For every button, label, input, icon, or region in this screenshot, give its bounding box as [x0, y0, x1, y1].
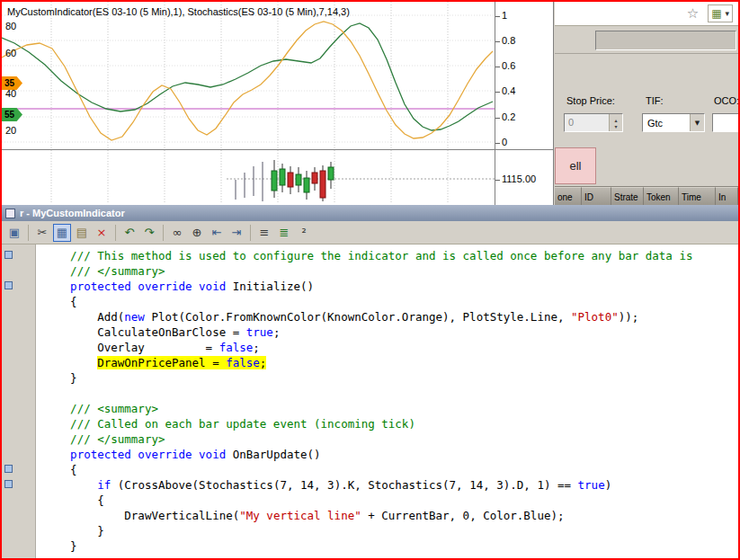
- outdent-icon[interactable]: ⇤: [208, 224, 226, 242]
- chevron-down-icon: ▾: [725, 9, 729, 18]
- word-wrap-icon[interactable]: ²: [295, 224, 313, 242]
- toolbar-separator: [115, 225, 116, 241]
- right-axis-label: 0.8: [495, 35, 515, 46]
- code-line: [43, 386, 738, 401]
- pane-separator[interactable]: [2, 149, 553, 150]
- display-well: [595, 31, 736, 50]
- code-lines[interactable]: /// This method is used to configure the…: [36, 244, 738, 558]
- sell-button[interactable]: ell: [555, 147, 596, 184]
- code-line: /// This method is used to configure the…: [43, 248, 738, 263]
- code-line: /// </summary>: [43, 263, 738, 279]
- find-icon[interactable]: ∞: [168, 224, 186, 242]
- grid-header-id[interactable]: ID: [582, 187, 611, 205]
- toolbar-separator: [163, 225, 164, 241]
- code-line: }: [43, 523, 738, 538]
- cut-icon[interactable]: ✂: [33, 224, 51, 242]
- code-line: DrawVerticalLine("My vertical line" + Cu…: [43, 508, 738, 523]
- right-axis-label: 0.4: [495, 85, 515, 96]
- code-line: if (CrossAbove(Stochastics(7, 14, 3).K, …: [43, 477, 738, 493]
- tif-select[interactable]: Gtc ▼: [642, 113, 705, 132]
- chevron-down-icon[interactable]: ▼: [690, 114, 704, 131]
- right-axis-label: 0: [495, 137, 507, 147]
- grid-icon: ▦: [711, 7, 721, 20]
- editor-window: r - MyCustomIndicator ▣✂▦▤×↶↷∞⊕⇤⇥≡≣² ///…: [2, 205, 738, 558]
- bookmark-icon[interactable]: [4, 251, 13, 259]
- delete-icon[interactable]: ×: [93, 224, 111, 242]
- code-line: {: [43, 462, 738, 477]
- oco-label: OCO:: [714, 95, 739, 106]
- grid-header-token[interactable]: Token: [644, 187, 679, 205]
- stop-price-spin-buttons[interactable]: ▴▾: [609, 114, 622, 131]
- toolbar-separator: [28, 225, 29, 241]
- editor-body: /// This method is used to configure the…: [2, 244, 738, 558]
- code-line: /// </summary>: [43, 431, 738, 447]
- code-line: Add(new Plot(Color.FromKnownColor(KnownC…: [43, 309, 738, 324]
- code-line: {: [43, 294, 738, 309]
- bookmark-icon[interactable]: [4, 281, 13, 289]
- stop-price-value: 0: [565, 114, 609, 131]
- chart-title: MyCustomIndicator(ES 03-10 (5 Min),1), S…: [7, 6, 350, 17]
- left-axis-label: 80: [5, 21, 16, 31]
- application-window: MyCustomIndicator(ES 03-10 (5 Min),1), S…: [0, 0, 740, 560]
- code-line: /// Called on each bar update event (inc…: [43, 416, 738, 431]
- spin-down-icon[interactable]: ▾: [614, 123, 617, 129]
- tif-value: Gtc: [647, 118, 663, 129]
- code-line: Overlay = false;: [43, 340, 738, 355]
- code-line: DrawOnPricePanel = false;: [43, 355, 738, 370]
- orders-grid-header: oneIDStrateTokenTimeIn: [555, 186, 738, 205]
- undo-icon[interactable]: ↶: [120, 224, 138, 242]
- panel-strip: [555, 27, 738, 54]
- toolbar-separator: [250, 225, 251, 241]
- right-axis-label: 0.6: [495, 60, 515, 71]
- bookmark-icon[interactable]: [4, 465, 13, 473]
- left-axis-label: 20: [5, 125, 16, 136]
- format-icon[interactable]: ≡: [255, 224, 273, 242]
- code-line: protected override void Initialize(): [43, 279, 738, 294]
- chart-panel[interactable]: MyCustomIndicator(ES 03-10 (5 Min),1), S…: [2, 2, 554, 205]
- editor-toolbar: ▣✂▦▤×↶↷∞⊕⇤⇥≡≣²: [2, 221, 738, 244]
- code-line: }: [43, 370, 738, 386]
- tif-label: TIF:: [646, 95, 664, 106]
- grid-header-one[interactable]: one: [555, 187, 582, 205]
- right-axis[interactable]: 1115.00 10.80.60.40.20: [495, 2, 553, 205]
- layout-dropdown[interactable]: ▦ ▾: [708, 4, 733, 22]
- grid-header-time[interactable]: Time: [679, 187, 716, 205]
- grid-header-strate[interactable]: Strate: [611, 187, 644, 205]
- right-axis-label: 0.2: [495, 111, 515, 122]
- indent-icon[interactable]: ⇥: [227, 224, 245, 242]
- editor-title-bar[interactable]: r - MyCustomIndicator: [2, 205, 738, 221]
- oco-input[interactable]: [712, 113, 739, 132]
- code-line: }: [43, 538, 738, 554]
- order-form: Stop Price: TIF: OCO: 0 ▴▾ Gtc ▼: [555, 54, 738, 147]
- left-axis-label: 60: [5, 48, 16, 58]
- order-panel: ☆ ▦ ▾ Stop Price: TIF: OCO: 0 ▴▾ Gtc ▼ e…: [555, 2, 738, 205]
- stop-price-input[interactable]: 0 ▴▾: [564, 113, 623, 132]
- properties-window-icon[interactable]: ▣: [5, 224, 23, 242]
- code-line: {: [43, 493, 738, 508]
- find-next-icon[interactable]: ⊕: [188, 224, 206, 242]
- spin-up-icon[interactable]: ▴: [614, 117, 617, 123]
- redo-icon[interactable]: ↷: [140, 224, 158, 242]
- editor-gutter[interactable]: [2, 244, 36, 558]
- code-line: protected override void OnBarUpdate(): [43, 447, 738, 462]
- paste-icon[interactable]: ▤: [73, 224, 91, 242]
- favorites-star-icon[interactable]: ☆: [687, 5, 699, 22]
- editor-title: r - MyCustomIndicator: [20, 208, 125, 218]
- comment-icon[interactable]: ≣: [275, 224, 293, 242]
- grid-header-in[interactable]: In: [716, 187, 738, 205]
- bookmark-icon[interactable]: [4, 480, 13, 488]
- code-line: CalculateOnBarClose = true;: [43, 324, 738, 340]
- right-axis-label: 1: [495, 10, 507, 21]
- editor-window-icon: [5, 209, 15, 218]
- price-axis-label: 1115.00: [495, 173, 536, 184]
- panel-toolbar: ☆ ▦ ▾: [555, 2, 738, 26]
- code-line: /// <summary>: [43, 401, 738, 416]
- copy-icon[interactable]: ▦: [53, 224, 71, 242]
- stop-price-label: Stop Price:: [566, 95, 615, 106]
- chart-plot-area: [2, 2, 495, 203]
